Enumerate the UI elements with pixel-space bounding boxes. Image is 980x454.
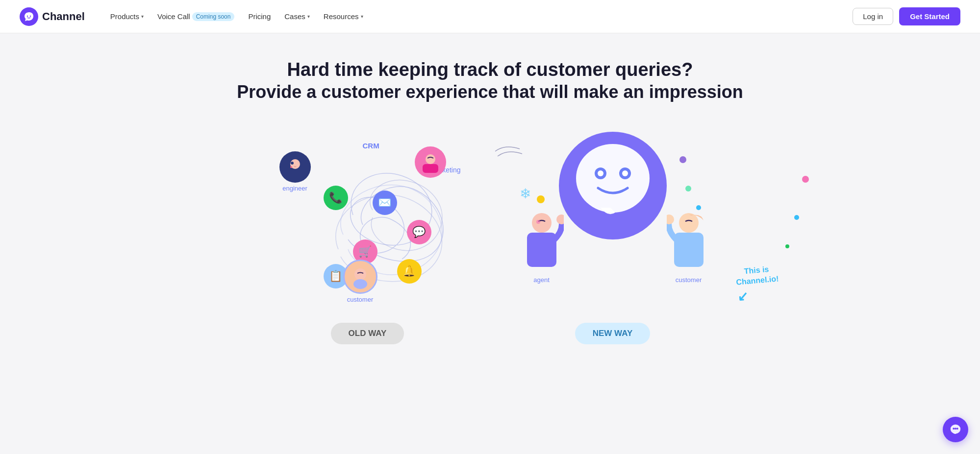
- nav-item-voice-call[interactable]: Voice Call Coming soon: [151, 8, 240, 25]
- svg-rect-20: [674, 233, 704, 267]
- headline: Hard time keeping track of customer quer…: [237, 58, 743, 102]
- new-customer-label: customer: [676, 276, 702, 284]
- blue-dot: [696, 205, 701, 210]
- yellow-dot: [537, 195, 545, 203]
- green-dot-right: [785, 244, 789, 248]
- bell-icon: 🔔: [397, 259, 422, 284]
- nav-actions: Log in Get Started: [853, 7, 960, 25]
- svg-point-10: [576, 144, 650, 213]
- mail-icon: ✉️: [373, 191, 397, 215]
- svg-rect-16: [527, 233, 556, 267]
- old-customer-avatar: customer: [343, 260, 377, 303]
- old-way-button[interactable]: OLD WAY: [331, 323, 404, 344]
- channel-label: This isChannel.io! ↙: [735, 263, 781, 305]
- new-customer-avatar: customer: [667, 211, 711, 284]
- headline-line1: Hard time keeping track of customer quer…: [237, 58, 743, 82]
- agent-avatar: agent: [520, 211, 564, 284]
- phone-icon: 📞: [324, 186, 348, 210]
- svg-point-4: [291, 162, 294, 165]
- login-button[interactable]: Log in: [853, 8, 893, 25]
- svg-point-1: [30, 15, 31, 16]
- crm-label: CRM: [363, 142, 379, 150]
- old-customer-label: customer: [347, 296, 373, 303]
- illustrations: engineer CRM marketing 📞: [147, 127, 833, 344]
- pink-dot-right: [802, 176, 809, 183]
- green-dot: [685, 186, 691, 191]
- get-started-button[interactable]: Get Started: [899, 7, 960, 25]
- nav-item-cases[interactable]: Cases ▾: [278, 8, 316, 24]
- svg-point-21: [667, 215, 674, 224]
- nav-item-resources[interactable]: Resources ▾: [318, 8, 369, 24]
- svg-point-17: [536, 220, 540, 224]
- svg-point-9: [353, 279, 367, 289]
- svg-point-14: [622, 170, 628, 176]
- purple-dot: [679, 156, 686, 163]
- svg-point-8: [354, 268, 366, 280]
- logo-text: Channel: [42, 10, 85, 23]
- new-way-button[interactable]: NEW WAY: [575, 323, 651, 344]
- svg-point-13: [598, 170, 603, 176]
- chevron-down-icon: ▾: [307, 14, 310, 19]
- engineer-avatar: engineer: [279, 151, 311, 192]
- nav-links: Products ▾ Voice Call Coming soon Pricin…: [104, 8, 853, 25]
- chevron-down-icon: ▾: [361, 14, 363, 19]
- svg-point-15: [532, 213, 552, 233]
- new-way-section: agent customer: [510, 127, 716, 344]
- svg-point-5: [290, 166, 292, 168]
- logo[interactable]: Channel: [20, 7, 85, 26]
- old-way-scene: engineer CRM marketing 📞: [265, 127, 471, 313]
- svg-rect-3: [288, 169, 302, 178]
- crm-avatar: [415, 146, 446, 178]
- nav-item-products[interactable]: Products ▾: [104, 8, 150, 24]
- old-way-section: engineer CRM marketing 📞: [265, 127, 471, 344]
- line-decoration: [495, 142, 525, 161]
- logo-icon: [20, 7, 38, 26]
- chat-icon: 💬: [407, 220, 431, 244]
- new-way-scene: agent customer: [510, 127, 716, 313]
- headline-line2: Provide a customer experience that will …: [237, 82, 743, 102]
- nav-item-pricing[interactable]: Pricing: [242, 8, 276, 24]
- main-content: Hard time keeping track of customer quer…: [0, 33, 980, 364]
- navigation: Channel Products ▾ Voice Call Coming soo…: [0, 0, 980, 33]
- svg-rect-7: [423, 164, 438, 173]
- svg-point-0: [27, 15, 28, 16]
- snowflake-icon: ❄: [520, 186, 531, 202]
- agent-label: agent: [533, 276, 550, 284]
- blue-dot-right: [794, 215, 799, 220]
- engineer-label: engineer: [282, 185, 307, 192]
- chevron-down-icon: ▾: [141, 14, 144, 19]
- svg-point-19: [679, 213, 699, 233]
- svg-point-18: [556, 215, 564, 224]
- coming-soon-badge: Coming soon: [192, 12, 235, 21]
- svg-point-6: [426, 154, 435, 164]
- channel-mascot: [569, 137, 657, 227]
